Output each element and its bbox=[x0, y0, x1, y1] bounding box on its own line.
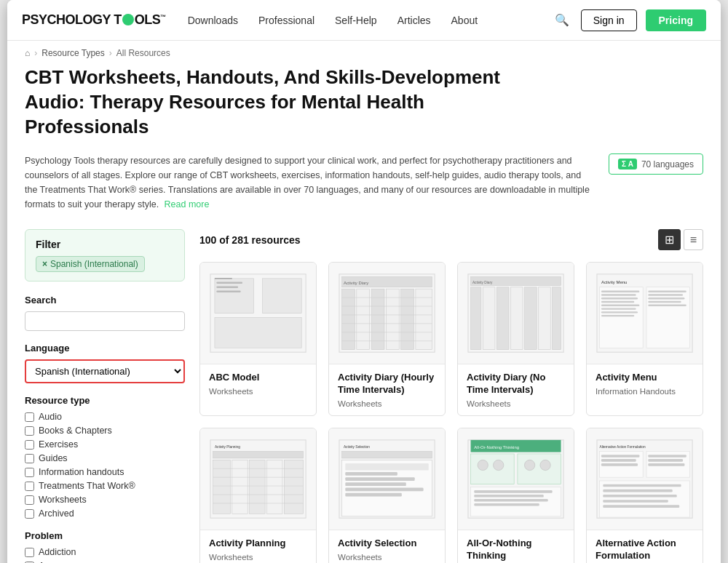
checkbox-addiction[interactable] bbox=[25, 548, 34, 557]
sidebar-search-section: Search bbox=[25, 295, 185, 331]
checkbox-audio[interactable] bbox=[25, 412, 34, 422]
breadcrumb-sep-2: › bbox=[109, 48, 112, 58]
card-title: Activity Diary (No Time Intervals) bbox=[467, 372, 565, 396]
nav-downloads[interactable]: Downloads bbox=[188, 15, 238, 26]
search-input[interactable] bbox=[25, 311, 185, 331]
list-item: Worksheets bbox=[25, 495, 185, 505]
card-body: Activity Menu Information Handouts bbox=[587, 364, 703, 403]
svg-rect-48 bbox=[648, 301, 681, 303]
svg-rect-91 bbox=[601, 455, 639, 458]
nav-about[interactable]: About bbox=[451, 15, 478, 26]
sidebar-language-section: Language Spanish (International) English… bbox=[25, 343, 185, 383]
resource-grid: ABC Model Worksheets Activity Diary bbox=[199, 262, 703, 563]
list-item: Addiction bbox=[25, 547, 185, 557]
svg-rect-38 bbox=[601, 295, 636, 296]
card-thumbnail: Activity Planning bbox=[200, 428, 316, 530]
grid-view-button[interactable]: ⊞ bbox=[658, 229, 681, 250]
breadcrumb-resource-types[interactable]: Resource Types bbox=[41, 48, 105, 58]
sidebar: Filter × Spanish (International) Search … bbox=[25, 229, 185, 563]
svg-rect-95 bbox=[648, 459, 683, 462]
svg-rect-85 bbox=[474, 499, 547, 502]
svg-rect-92 bbox=[601, 459, 636, 462]
filter-remove-icon[interactable]: × bbox=[42, 259, 47, 269]
resource-card[interactable]: Activity Selection bbox=[328, 428, 446, 563]
nav-articles[interactable]: Articles bbox=[397, 15, 431, 26]
svg-rect-76 bbox=[470, 454, 514, 484]
resource-card[interactable]: Activity Diary Activity Di bbox=[457, 262, 574, 416]
resource-type-list: Audio Books & Chapters Exercises Guides … bbox=[25, 412, 185, 519]
resource-card[interactable]: Activity Menu bbox=[586, 262, 703, 416]
checkbox-info-handouts[interactable] bbox=[25, 468, 34, 477]
svg-rect-3 bbox=[215, 318, 301, 348]
pricing-button[interactable]: Pricing bbox=[646, 9, 706, 31]
page-content: CBT Worksheets, Handouts, And Skills-Dev… bbox=[7, 65, 721, 563]
svg-rect-15 bbox=[401, 290, 414, 350]
card-title: Activity Diary (Hourly Time Intervals) bbox=[338, 372, 436, 396]
svg-text:Activity Planning: Activity Planning bbox=[215, 445, 240, 449]
card-thumbnail: Activity Menu bbox=[587, 263, 703, 364]
signin-button[interactable]: Sign in bbox=[581, 9, 637, 31]
svg-rect-84 bbox=[474, 495, 543, 498]
svg-text:Activity Selection: Activity Selection bbox=[344, 445, 370, 449]
svg-rect-11 bbox=[341, 290, 355, 350]
svg-rect-27 bbox=[483, 287, 495, 350]
svg-rect-30 bbox=[524, 287, 537, 350]
read-more-link[interactable]: Read more bbox=[165, 199, 210, 209]
language-label: Language bbox=[25, 343, 185, 354]
filter-active-tag[interactable]: × Spanish (International) bbox=[36, 256, 145, 272]
resource-card[interactable]: ABC Model Worksheets bbox=[199, 262, 317, 416]
card-title: All-Or-Nothing Thinking bbox=[467, 538, 565, 562]
svg-rect-72 bbox=[345, 493, 402, 497]
lang-count: 70 languages bbox=[641, 159, 694, 169]
list-view-button[interactable]: ≡ bbox=[684, 229, 703, 250]
language-select[interactable]: Spanish (International) English French G… bbox=[25, 359, 185, 383]
checkbox-worksheets[interactable] bbox=[25, 495, 34, 505]
card-type: Worksheets bbox=[467, 399, 565, 408]
breadcrumb-current: All Resources bbox=[116, 48, 170, 58]
nav-links: Downloads Professional Self-Help Article… bbox=[188, 14, 552, 27]
sidebar-resource-type-section: Resource type Audio Books & Chapters Exe… bbox=[25, 395, 185, 519]
search-button[interactable]: 🔍 bbox=[552, 10, 572, 30]
list-item: Archived bbox=[25, 508, 185, 519]
checkbox-guides[interactable] bbox=[25, 454, 34, 463]
home-icon[interactable]: ⌂ bbox=[25, 48, 30, 58]
language-badge: Σ A 70 languages bbox=[609, 153, 703, 175]
card-thumbnail: Activity Diary bbox=[329, 263, 445, 364]
svg-rect-40 bbox=[601, 301, 634, 303]
svg-rect-46 bbox=[648, 295, 683, 296]
checkbox-archived[interactable] bbox=[25, 509, 34, 519]
nav-selfhelp[interactable]: Self-Help bbox=[335, 15, 377, 26]
resource-card[interactable]: Activity Planning bbox=[199, 428, 317, 563]
logo: PSYCHOLOGY TOLS™ bbox=[22, 12, 166, 28]
svg-rect-86 bbox=[474, 503, 539, 506]
lang-badge-icon: Σ A bbox=[618, 159, 637, 169]
resource-type-label: Resource type bbox=[25, 395, 185, 406]
problem-list: Addiction Anger Anorexia Anxiety Asserti… bbox=[25, 547, 185, 563]
search-label: Search bbox=[25, 295, 185, 306]
filter-box: Filter × Spanish (International) bbox=[25, 229, 185, 282]
list-item: Treatments That Work® bbox=[25, 481, 185, 491]
svg-rect-52 bbox=[213, 452, 303, 459]
checkbox-treatments[interactable] bbox=[25, 482, 34, 491]
svg-rect-68 bbox=[345, 472, 397, 476]
svg-rect-77 bbox=[518, 454, 561, 484]
svg-rect-99 bbox=[603, 490, 672, 492]
checkbox-exercises[interactable] bbox=[25, 440, 34, 450]
card-title: Activity Planning bbox=[209, 538, 307, 550]
card-body: Activity Planning Worksheets bbox=[200, 530, 316, 563]
breadcrumb: ⌂ › Resource Types › All Resources bbox=[7, 41, 721, 65]
description-text: Psychology Tools therapy resources are c… bbox=[25, 153, 594, 212]
resource-card[interactable]: Activity Diary bbox=[328, 262, 446, 416]
resource-card[interactable]: Alternative Action Formulation bbox=[586, 428, 703, 563]
card-type: Information Handouts bbox=[596, 387, 694, 396]
svg-rect-49 bbox=[648, 305, 686, 306]
card-body: Activity Diary (No Time Intervals) Works… bbox=[458, 364, 574, 415]
nav-professional[interactable]: Professional bbox=[258, 15, 314, 26]
description-row: Psychology Tools therapy resources are c… bbox=[25, 153, 703, 212]
svg-point-78 bbox=[478, 460, 488, 470]
list-item: Guides bbox=[25, 453, 185, 463]
checkbox-books[interactable] bbox=[25, 426, 34, 436]
resource-card[interactable]: All-Or-Nothing Thinking bbox=[457, 428, 574, 563]
svg-rect-28 bbox=[496, 287, 509, 350]
card-type: Worksheets bbox=[338, 399, 436, 408]
